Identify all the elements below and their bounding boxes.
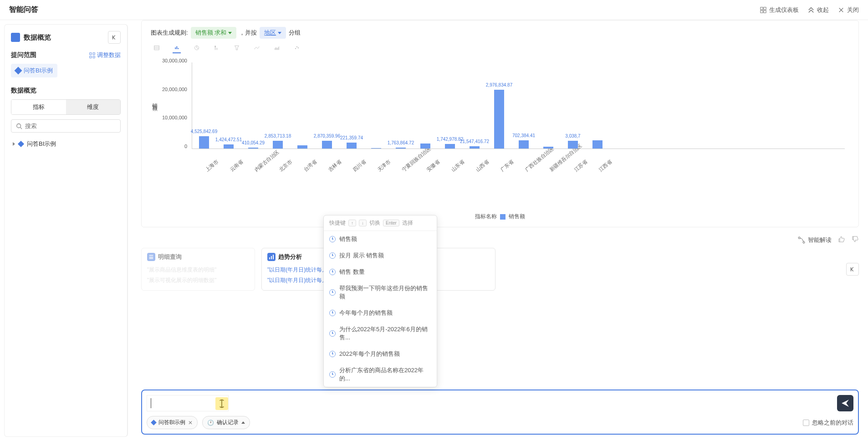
close-button[interactable]: 关闭 xyxy=(838,6,859,14)
bar xyxy=(470,146,480,149)
bar-group[interactable]: 1,742,978.82山东省 xyxy=(442,144,458,149)
y-tick: 20,000,000 xyxy=(155,87,187,92)
generate-dashboard-button[interactable]: 生成仪表板 xyxy=(760,6,799,14)
bar-group[interactable]: 221,359.74四川省 xyxy=(343,143,360,149)
autocomplete-item[interactable]: 2022年每个月的销售额 xyxy=(324,346,437,362)
bar-group[interactable]: 2,870,359.96吉林省 xyxy=(319,141,335,149)
history-icon xyxy=(329,289,336,296)
bar-value-label: 2,976,834.87 xyxy=(486,82,512,87)
svg-point-18 xyxy=(296,46,297,47)
enter-key: Enter xyxy=(383,220,399,226)
autocomplete-item[interactable]: 为什么2022年5月-2022年6月的销售... xyxy=(324,321,437,346)
ignore-previous-checkbox[interactable]: 忽略之前的对话 xyxy=(803,419,853,427)
stacked-bar-icon[interactable] xyxy=(213,45,221,53)
svg-rect-24 xyxy=(273,255,274,259)
tab-dimension[interactable]: 维度 xyxy=(66,100,121,114)
overview-label: 数据概览 xyxy=(11,87,121,95)
tab-metric[interactable]: 指标 xyxy=(11,100,66,114)
thumbs-down-button[interactable] xyxy=(852,236,859,244)
bar xyxy=(297,145,307,149)
example-context-chip[interactable]: 问答BI示例 ✕ xyxy=(147,416,198,429)
bar-group[interactable]: 1,763,864.72宁夏回族自治区 xyxy=(393,148,409,149)
bar-group[interactable]: 江西省 xyxy=(589,140,606,149)
chart-type-selector xyxy=(151,45,849,53)
line-chart-icon[interactable] xyxy=(253,45,261,53)
clock-icon: 🕐 xyxy=(207,420,214,426)
svg-rect-9 xyxy=(154,46,159,50)
bar-group[interactable]: 台湾省 xyxy=(294,145,311,149)
measure-pill[interactable]: 销售额 求和 xyxy=(191,27,237,39)
sidebar-collapse-button[interactable] xyxy=(108,31,121,44)
bar-group[interactable]: 3,038,7江苏省 xyxy=(565,141,581,149)
svg-rect-15 xyxy=(215,46,216,47)
history-icon xyxy=(329,330,336,337)
bar-group[interactable]: 410,054.29内蒙古自治区 xyxy=(245,148,261,149)
bar-group[interactable]: 2,853,713.18北京市 xyxy=(270,141,286,149)
collapse-icon xyxy=(808,7,814,13)
collapse-suggestions-button[interactable] xyxy=(846,263,859,276)
bar xyxy=(248,148,258,149)
text-cursor xyxy=(151,398,151,408)
bar-group[interactable]: 702,384.41广西壮族自治区 xyxy=(516,140,532,149)
svg-rect-3 xyxy=(764,10,766,12)
search-box[interactable] xyxy=(11,119,121,133)
dashboard-icon xyxy=(760,7,766,13)
bar-chart-icon[interactable] xyxy=(173,45,181,53)
bar xyxy=(494,90,504,149)
chip-close-icon[interactable]: ✕ xyxy=(188,420,193,426)
autocomplete-item[interactable]: 按月 展示 销售额 xyxy=(324,247,437,264)
scatter-chart-icon[interactable] xyxy=(293,45,301,53)
autocomplete-item[interactable]: 帮我预测一下明年这些月份的销售额 xyxy=(324,280,437,305)
table-chart-icon[interactable] xyxy=(153,45,161,53)
confirm-record-chip[interactable]: 🕐 确认记录 xyxy=(202,416,250,429)
bar-value-label: 1,424,472.51 xyxy=(215,137,242,142)
funnel-chart-icon[interactable] xyxy=(233,45,241,53)
collapse-left-icon xyxy=(111,34,117,41)
x-axis-label: 山西省 xyxy=(475,159,490,174)
bar-value-label: 2,853,713.18 xyxy=(265,133,291,138)
area-chart-icon[interactable] xyxy=(273,45,281,53)
bar-group[interactable]: 4,525,842.69上海市 xyxy=(196,136,212,149)
svg-rect-0 xyxy=(761,7,763,9)
thumbs-up-button[interactable] xyxy=(838,236,845,244)
send-button[interactable] xyxy=(837,395,853,411)
question-input[interactable] xyxy=(147,395,229,411)
autocomplete-item[interactable]: 销售额 xyxy=(324,231,437,247)
y-tick: 0 xyxy=(155,144,187,149)
bar-group[interactable]: 2,976,834.87广东省 xyxy=(491,90,507,149)
search-input[interactable] xyxy=(25,123,116,129)
y-axis-ticks: 30,000,00020,000,00010,000,0000 xyxy=(155,58,187,149)
diamond-icon xyxy=(15,67,22,75)
content-area: 图表生成规则: 销售额 求和 ，并按 地区 分组 xyxy=(132,20,868,441)
bar-group[interactable]: 1,424,472.51云南省 xyxy=(220,144,237,149)
autocomplete-item[interactable]: 分析广东省的商品名称在2022年的... xyxy=(324,362,437,387)
autocomplete-item[interactable]: 销售 数量 xyxy=(324,264,437,280)
autocomplete-item[interactable]: 今年每个月的销售额 xyxy=(324,305,437,321)
bar-group[interactable]: 21,547,416.72山西省 xyxy=(466,146,483,149)
bar-group[interactable]: 天津市 xyxy=(368,148,384,149)
history-icon xyxy=(329,371,336,378)
example-chip[interactable]: 问答BI示例 xyxy=(11,64,57,77)
bar xyxy=(445,144,455,149)
pie-chart-icon[interactable] xyxy=(193,45,201,53)
detail-query-card[interactable]: ☰ 明细查询 "展示商品信息维度表的明细" "展示可视化展示的明细数据" xyxy=(141,248,255,291)
chart-plot-area: 销售额 30,000,00020,000,00010,000,0000 4,52… xyxy=(151,58,849,190)
svg-rect-12 xyxy=(178,48,179,49)
smart-interpret-button[interactable]: 智能解读 xyxy=(798,236,832,244)
bar-value-label: 221,359.74 xyxy=(340,135,363,140)
bar xyxy=(420,144,430,149)
dimension-pill[interactable]: 地区 xyxy=(260,27,286,39)
search-icon xyxy=(16,123,22,129)
bar-value-label: 21,547,416.72 xyxy=(460,139,489,144)
bar-group[interactable]: 新疆维吾尔自治区 xyxy=(540,147,557,149)
collapse-button[interactable]: 收起 xyxy=(808,6,829,14)
chevron-down-icon xyxy=(228,32,232,34)
bar-group[interactable]: 安徽省 xyxy=(417,144,434,149)
history-icon xyxy=(329,252,336,259)
history-icon xyxy=(329,269,336,275)
list-icon: ☰ xyxy=(147,253,155,261)
path-icon xyxy=(798,236,805,244)
tree-item-example[interactable]: 问答BI示例 xyxy=(11,137,121,151)
bar-value-label: 2,870,359.96 xyxy=(314,133,340,138)
adjust-data-link[interactable]: 调整数据 xyxy=(89,51,121,59)
